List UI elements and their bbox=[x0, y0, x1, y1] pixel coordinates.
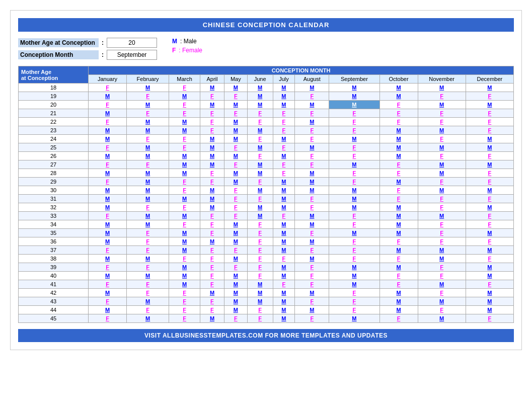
female-indicator: F bbox=[488, 119, 492, 125]
value-cell: F bbox=[200, 297, 224, 306]
value-cell: M bbox=[169, 118, 200, 126]
value-cell: F bbox=[247, 237, 273, 246]
value-cell: M bbox=[89, 109, 127, 118]
male-indicator: M bbox=[352, 93, 356, 99]
female-indicator: F bbox=[397, 238, 401, 244]
value-cell: F bbox=[295, 203, 329, 212]
female-indicator: F bbox=[183, 136, 186, 142]
female-indicator: F bbox=[282, 127, 286, 133]
value-cell: F bbox=[200, 220, 224, 229]
value-cell: M bbox=[329, 280, 379, 289]
value-cell: F bbox=[200, 272, 224, 280]
value-cell: F bbox=[379, 118, 418, 126]
value-cell: F bbox=[127, 246, 169, 255]
male-indicator: M bbox=[396, 230, 401, 236]
table-row: 44MFFFMFMMFMFM bbox=[19, 306, 514, 314]
male-indicator: M bbox=[396, 93, 401, 99]
female-indicator: F bbox=[310, 153, 314, 159]
mother-age-value[interactable]: 20 bbox=[107, 38, 157, 48]
value-cell: F bbox=[273, 126, 295, 135]
colon-2: : bbox=[102, 51, 104, 58]
age-cell: 42 bbox=[19, 289, 89, 297]
table-row: 22FMMFMFFMFFFF bbox=[19, 118, 514, 126]
value-cell: F bbox=[200, 178, 224, 186]
mother-age-row: Mother Age at Conception : 20 bbox=[18, 38, 157, 48]
value-cell: M bbox=[295, 289, 329, 297]
value-cell: M bbox=[418, 186, 466, 195]
male-indicator: M bbox=[258, 102, 262, 108]
value-cell: F bbox=[200, 126, 224, 135]
male-indicator: M bbox=[145, 187, 150, 193]
male-indicator: M bbox=[258, 204, 262, 210]
male-indicator: M bbox=[234, 298, 238, 304]
value-cell: M bbox=[329, 92, 379, 101]
value-cell: M bbox=[418, 84, 466, 92]
value-cell: F bbox=[329, 220, 379, 229]
value-cell: F bbox=[169, 255, 200, 263]
value-cell: M bbox=[247, 84, 273, 92]
male-indicator: M bbox=[281, 136, 286, 142]
female-indicator: F bbox=[258, 230, 262, 236]
male-indicator: M bbox=[487, 298, 492, 304]
male-indicator: M bbox=[182, 127, 187, 133]
value-cell: M bbox=[169, 272, 200, 280]
female-indicator: F bbox=[282, 281, 286, 287]
month-header-october: October bbox=[379, 75, 418, 84]
male-indicator: M bbox=[258, 170, 262, 176]
value-cell: M bbox=[127, 118, 169, 126]
value-cell: F bbox=[224, 203, 247, 212]
value-cell: F bbox=[247, 220, 273, 229]
table-row: 23MMMFMMFFFMMF bbox=[19, 126, 514, 135]
value-cell: M bbox=[200, 289, 224, 297]
male-indicator: M bbox=[310, 119, 314, 125]
value-cell: M bbox=[295, 118, 329, 126]
age-cell: 28 bbox=[19, 169, 89, 178]
value-cell: F bbox=[169, 101, 200, 109]
value-cell: M bbox=[127, 143, 169, 152]
value-cell: F bbox=[379, 160, 418, 169]
male-indicator: M bbox=[281, 85, 286, 91]
value-cell: M bbox=[295, 212, 329, 220]
value-cell: M bbox=[379, 84, 418, 92]
male-indicator: M bbox=[439, 85, 444, 91]
value-cell: F bbox=[224, 195, 247, 203]
female-indicator: F bbox=[183, 85, 186, 91]
conception-month-value[interactable]: September bbox=[107, 50, 157, 60]
female-indicator: F bbox=[210, 110, 214, 116]
value-cell: F bbox=[295, 229, 329, 237]
value-cell: M bbox=[466, 84, 513, 92]
male-indicator: M bbox=[234, 281, 238, 287]
male-indicator: M bbox=[396, 85, 401, 91]
value-cell: M bbox=[89, 255, 127, 263]
age-cell: 23 bbox=[19, 126, 89, 135]
value-cell: F bbox=[224, 263, 247, 272]
value-cell: M bbox=[273, 92, 295, 101]
value-cell: F bbox=[127, 135, 169, 143]
value-cell: F bbox=[329, 109, 379, 118]
male-indicator: M bbox=[182, 264, 187, 270]
female-indicator: F bbox=[488, 196, 492, 202]
male-indicator: M bbox=[210, 102, 214, 108]
value-cell: M bbox=[379, 178, 418, 186]
value-cell: F bbox=[247, 246, 273, 255]
mother-age-label: Mother Age at Conception bbox=[18, 38, 99, 47]
value-cell: F bbox=[127, 289, 169, 297]
value-cell: F bbox=[169, 203, 200, 212]
footer-bar[interactable]: VISIT ALLBUSINESSTEMPLATES.COM FOR MORE … bbox=[18, 329, 514, 342]
male-indicator: M bbox=[281, 196, 286, 202]
female-indicator: F bbox=[440, 196, 443, 202]
value-cell: F bbox=[127, 160, 169, 169]
value-cell: M bbox=[295, 178, 329, 186]
value-cell: F bbox=[247, 135, 273, 143]
male-indicator: M bbox=[210, 196, 214, 202]
value-cell: M bbox=[295, 220, 329, 229]
female-indicator: F bbox=[106, 298, 109, 304]
male-indicator: M bbox=[396, 247, 401, 253]
male-indicator: M bbox=[439, 213, 444, 219]
female-indicator: F bbox=[440, 119, 443, 125]
female-indicator: F bbox=[106, 161, 109, 168]
male-indicator: M bbox=[145, 85, 150, 91]
value-cell: M bbox=[247, 92, 273, 101]
female-indicator: F bbox=[353, 153, 356, 159]
value-cell: F bbox=[247, 195, 273, 203]
